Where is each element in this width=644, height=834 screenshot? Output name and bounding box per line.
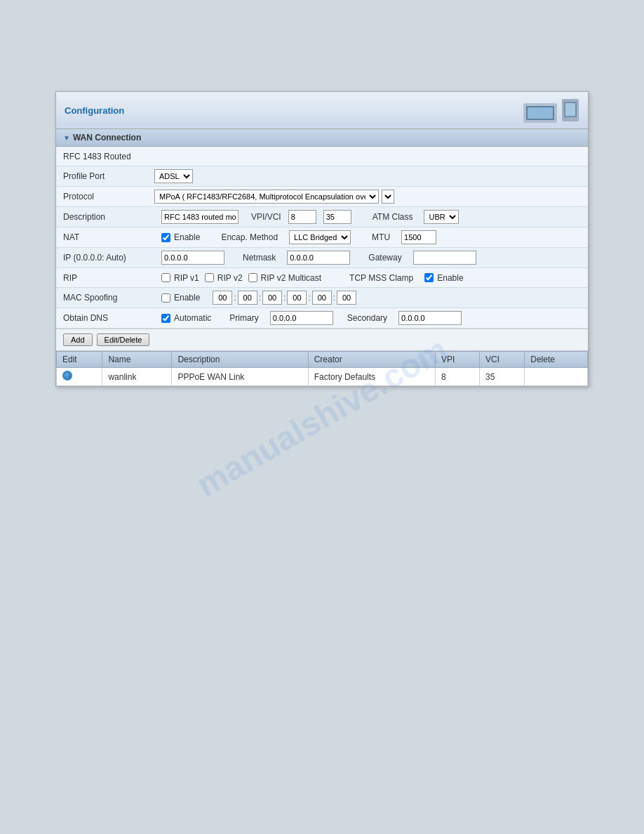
rip-v2-label[interactable]: RIP v2	[205, 273, 243, 283]
primary-input[interactable]	[270, 311, 333, 325]
nat-checkbox[interactable]	[161, 233, 170, 242]
protocol-row: Protocol MPoA ( RFC1483/RFC2684, Multipr…	[56, 187, 588, 207]
dns-row: Obtain DNS Automatic Primary Secondary	[56, 308, 588, 329]
profile-port-select[interactable]: ADSL VDSL ETH	[154, 169, 193, 183]
encap-select[interactable]: LLC Bridged VC Mux	[289, 230, 351, 244]
netmask-label: Netmask	[243, 253, 276, 263]
section-arrow: ▼	[63, 134, 70, 142]
mac-enable-label[interactable]: Enable	[161, 293, 200, 303]
mac-1[interactable]	[213, 291, 232, 305]
col-name: Name	[102, 352, 172, 368]
section-title: WAN Connection	[73, 133, 141, 143]
primary-label: Primary	[229, 313, 258, 323]
mac-spoofing-label: MAC Spoofing	[63, 293, 154, 303]
netmask-input[interactable]	[287, 251, 350, 265]
automatic-label[interactable]: Automatic	[161, 313, 211, 323]
mac-6[interactable]	[337, 291, 356, 305]
ip-label: IP (0.0.0.0: Auto)	[63, 253, 154, 263]
table-row: wanlink PPPoE WAN Link Factory Defaults …	[57, 368, 588, 386]
add-button[interactable]: Add	[63, 333, 93, 346]
mac-4[interactable]	[287, 291, 307, 305]
form-section: RFC 1483 Routed Profile Port ADSL VDSL E…	[56, 147, 588, 329]
gateway-label: Gateway	[368, 253, 401, 263]
connection-type-row: RFC 1483 Routed	[56, 147, 588, 166]
atm-class-label: ATM Class	[373, 212, 413, 222]
rip-tcp-row: RIP RIP v1 RIP v2 RIP v2 Multicast	[56, 268, 588, 288]
table-section: Edit Name Description Creator VPI VCI De…	[56, 351, 588, 386]
edit-delete-button[interactable]: Edit/Delete	[97, 333, 150, 346]
mac-3[interactable]	[262, 291, 282, 305]
profile-port-label: Profile Port	[63, 171, 154, 181]
rip-v2-checkbox[interactable]	[205, 273, 214, 282]
rip-v1-label[interactable]: RIP v1	[161, 273, 199, 283]
automatic-checkbox[interactable]	[161, 314, 170, 323]
row-delete	[525, 368, 588, 386]
description-input[interactable]	[161, 210, 239, 224]
protocol-select[interactable]: MPoA ( RFC1483/RFC2684, Multiprotocol En…	[154, 190, 379, 204]
wan-table: Edit Name Description Creator VPI VCI De…	[56, 351, 588, 386]
section-header: ▼ WAN Connection	[56, 129, 588, 147]
col-delete: Delete	[525, 352, 588, 368]
profile-port-row: Profile Port ADSL VDSL ETH	[56, 166, 588, 187]
secondary-label: Secondary	[347, 313, 387, 323]
mac-fields: : : : : :	[213, 291, 356, 305]
rip-label: RIP	[63, 273, 154, 283]
panel-header: Configuration	[56, 92, 588, 129]
vpi-vci-label: VPI/VCI	[251, 212, 281, 222]
row-creator: Factory Defaults	[308, 368, 435, 386]
tcp-mss-checkbox[interactable]	[424, 273, 434, 282]
rip-v2-multicast-label[interactable]: RIP v2 Multicast	[248, 273, 321, 283]
svg-rect-5	[565, 103, 575, 116]
row-desc: PPPoE WAN Link	[172, 368, 308, 386]
radio-icon[interactable]	[62, 371, 72, 380]
col-edit: Edit	[57, 352, 102, 368]
tcp-mss-label: TCP MSS Clamp	[349, 273, 413, 283]
btn-row: Add Edit/Delete	[56, 329, 588, 351]
col-vci: VCI	[479, 352, 524, 368]
encap-label: Encap. Method	[221, 232, 278, 242]
desc-vpi-row: Description VPI/VCI ATM Class UBR CBR VB…	[56, 207, 588, 227]
vpi-input[interactable]	[288, 210, 316, 224]
row-edit	[57, 368, 102, 386]
vci-input[interactable]	[323, 210, 351, 224]
rip-group: RIP v1 RIP v2 RIP v2 Multicast	[161, 273, 321, 283]
main-panel: Configuration ▼ WAN Connection RFC 1483 …	[55, 91, 589, 387]
col-desc: Description	[172, 352, 308, 368]
ip-input[interactable]	[161, 251, 224, 265]
header-icon	[523, 98, 579, 123]
panel-title: Configuration	[65, 105, 124, 116]
protocol-label: Protocol	[63, 192, 154, 201]
svg-rect-2	[528, 107, 553, 119]
secondary-input[interactable]	[398, 311, 462, 325]
col-vpi: VPI	[435, 352, 479, 368]
obtain-dns-label: Obtain DNS	[63, 313, 154, 323]
protocol-field: MPoA ( RFC1483/RFC2684, Multiprotocol En…	[154, 190, 581, 204]
connection-type-label: RFC 1483 Routed	[63, 152, 131, 161]
nat-enable-label[interactable]: Enable	[161, 232, 200, 242]
mac-5[interactable]	[312, 291, 332, 305]
ip-netmask-row: IP (0.0.0.0: Auto) Netmask Gateway	[56, 248, 588, 268]
mtu-input[interactable]	[401, 230, 436, 244]
rip-v2-multicast-checkbox[interactable]	[248, 273, 257, 282]
tcp-mss-enable-label[interactable]: Enable	[424, 273, 463, 283]
desc-label: Description	[63, 212, 154, 222]
nat-encap-row: NAT Enable Encap. Method LLC Bridged VC …	[56, 227, 588, 248]
atm-class-select[interactable]: UBR CBR VBR	[424, 210, 459, 224]
protocol-extra-select[interactable]	[382, 190, 394, 204]
profile-port-field: ADSL VDSL ETH	[154, 169, 581, 183]
gateway-input[interactable]	[413, 251, 476, 265]
row-name: wanlink	[102, 368, 172, 386]
mac-enable-checkbox[interactable]	[161, 293, 170, 303]
rip-v1-checkbox[interactable]	[161, 273, 170, 282]
mac-spoofing-row: MAC Spoofing Enable : : : : :	[56, 288, 588, 308]
nat-label: NAT	[63, 232, 154, 242]
mac-2[interactable]	[238, 291, 257, 305]
col-creator: Creator	[308, 352, 435, 368]
row-vpi: 8	[435, 368, 479, 386]
panel-content: ▼ WAN Connection RFC 1483 Routed Profile…	[56, 129, 588, 386]
mtu-label: MTU	[372, 232, 390, 242]
row-vci: 35	[479, 368, 524, 386]
